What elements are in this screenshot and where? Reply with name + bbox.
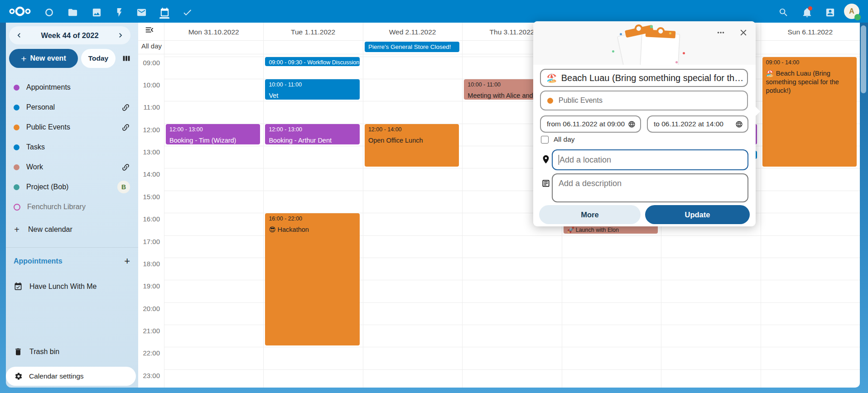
dashboard-icon[interactable] [43,6,55,19]
add-appointment-button[interactable]: + [124,256,130,266]
appointment-item[interactable]: Have Lunch With Me [6,277,138,297]
more-button[interactable]: More [539,205,641,224]
contacts-icon[interactable] [824,6,836,19]
sidebar-calendar-item[interactable]: Project (Bob)B [6,177,138,197]
calendar-event[interactable]: 16:00 - 22:00😎 Hackathon [265,213,359,345]
trash-icon [14,347,23,356]
share-link-icon[interactable] [121,123,130,132]
sidebar: Week 44 of 2022 + New event Today Appoin… [6,23,138,388]
allday-label: All day [141,42,162,50]
notifications-icon[interactable] [800,6,813,19]
appointment-label: Have Lunch With Me [29,283,97,291]
tasks-icon[interactable] [181,6,193,19]
location-input[interactable]: Add a location [552,149,748,170]
allday-event[interactable]: Pierre's General Store Closed! [365,42,459,52]
collapse-sidebar-icon[interactable] [145,25,155,36]
appointments-section: Appointments + [6,251,138,271]
end-datetime-value: to 06.11.2022 at 14:00 [654,120,723,128]
allday-checkbox[interactable] [541,136,549,144]
calendar-name: Tasks [26,143,45,151]
start-datetime-field[interactable]: from 06.11.2022 at 09:00 [540,115,641,133]
location-pin-icon [541,154,551,166]
sidebar-calendar-item[interactable]: Public Events [6,117,138,137]
sidebar-calendar-item[interactable]: Appointments [6,77,138,97]
topbar: A [0,0,868,23]
allday-checkbox-row[interactable]: All day [541,135,575,144]
previous-week-button[interactable] [12,28,26,43]
divider [6,247,138,248]
event-time: 12:00 - 13:00 [166,124,260,133]
new-calendar-button[interactable]: + New calendar [6,220,138,240]
calendar-icon[interactable] [158,6,171,19]
share-link-icon[interactable] [121,103,130,112]
mail-icon[interactable] [135,6,148,19]
nextcloud-logo[interactable] [7,3,33,20]
avatar[interactable]: A [844,4,859,19]
popup-arrow [756,107,760,116]
calendar-event[interactable]: 10:00 - 11:00Vet [265,79,359,100]
plus-icon: + [12,225,21,235]
activity-icon[interactable] [113,6,125,19]
active-app-indicator [159,17,169,19]
calendar-event[interactable]: 12:00 - 13:00Booking - Arthur Dent [265,124,359,144]
new-calendar-label: New calendar [28,225,72,234]
avatar-letter: A [849,7,854,15]
calendar-event[interactable]: 09:00 - 09:30 - Workflow Discussion [265,57,359,67]
event-title: Vet [265,88,359,100]
view-columns-icon[interactable] [121,53,132,64]
timezone-globe-icon[interactable] [735,120,743,128]
next-week-button[interactable] [113,28,128,43]
notification-badge [808,6,812,10]
calendar-event[interactable]: 12:00 - 13:00Booking - Tim (Wizard) [166,124,260,144]
hour-label: 14:00 [138,170,160,178]
calendar-color-dot [14,125,19,130]
app-window: A Week 44 of 2022 + New event Today Appo… [0,0,868,393]
more-button-label: More [581,211,598,219]
hour-label: 11:00 [138,103,160,111]
calendar-name: Personal [26,103,55,111]
vertical-scrollbar[interactable] [861,25,866,93]
calendar-color-dot [14,164,19,170]
description-input[interactable]: Add a description [552,173,748,202]
calendar-color-dot [14,144,19,150]
sidebar-calendar-item[interactable]: Tasks [6,137,138,157]
column-border [761,23,761,388]
update-button[interactable]: Update [645,205,750,224]
today-label: Today [88,54,109,62]
today-button[interactable]: Today [81,49,116,68]
hour-label: 13:00 [138,148,160,156]
calendar-event[interactable]: 09:00 - 14:00🏖️ Beach Luau (Bring someth… [762,57,857,167]
event-popup: 🏖️ Beach Luau (Bring something special f… [533,21,756,226]
end-datetime-field[interactable]: to 06.11.2022 at 14:00 [647,115,748,133]
share-link-icon[interactable] [121,163,130,172]
sidebar-calendar-item[interactable]: Work [6,157,138,177]
photos-icon[interactable] [90,6,103,19]
hour-line [164,369,860,370]
gear-icon [14,372,23,380]
close-icon[interactable] [738,27,749,38]
description-icon [541,179,550,190]
calendar-select[interactable]: Public Events [540,91,748,110]
description-placeholder: Add a description [559,179,622,188]
event-title: Booking - Tim (Wizard) [166,133,260,144]
calendar-color-dot [14,184,19,190]
sidebar-calendar-item[interactable]: Fenchurch Library [6,197,138,217]
event-title: Booking - Arthur Dent [265,133,359,144]
calendar-event[interactable]: 12:00 - 14:00Open Office Lunch [365,124,459,167]
sidebar-calendar-item[interactable]: Personal [6,97,138,117]
new-event-button[interactable]: + New event [9,49,78,68]
trash-label: Trash bin [29,348,59,356]
event-time: 12:00 - 14:00 [365,124,459,133]
search-icon[interactable] [777,6,790,19]
week-label: Week 44 of 2022 [41,31,98,40]
calendar-select-value: Public Events [559,96,603,105]
event-time: 09:00 - 09:30 - Workflow Discussion [265,57,359,66]
event-title-input[interactable]: 🏖️ Beach Luau (Bring something special f… [540,69,748,87]
calendar-settings-button[interactable]: Calendar settings [6,367,136,386]
timezone-globe-icon[interactable] [628,120,636,128]
more-options-icon[interactable] [715,27,727,38]
files-icon[interactable] [66,6,79,19]
day-header: Tue 1.11.2022 [263,26,362,38]
trash-bin-button[interactable]: Trash bin [6,342,138,362]
day-header: Mon 31.10.2022 [164,26,263,38]
